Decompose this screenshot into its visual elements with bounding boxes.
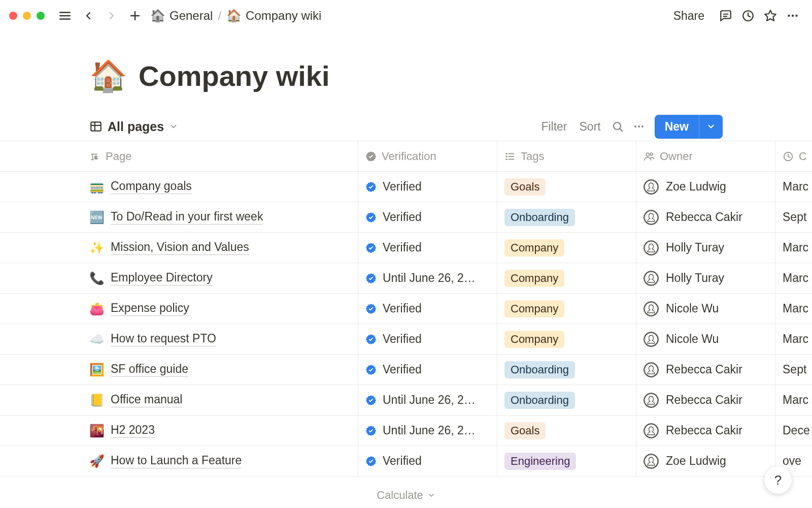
date-cell[interactable]: Marc (775, 263, 812, 294)
owner-cell[interactable]: Rebecca Cakir (636, 416, 775, 446)
page-name-link[interactable]: Company goals (111, 179, 192, 194)
page-icon[interactable]: 🏠 (89, 58, 127, 94)
close-window-button[interactable] (9, 12, 17, 20)
new-button-main[interactable]: New (655, 115, 699, 139)
page-cell[interactable]: 🚃 Company goals (0, 172, 358, 202)
page-cell[interactable]: 🌇 H2 2023 (0, 416, 358, 446)
house-icon: 🏠 (150, 9, 165, 23)
verification-cell[interactable]: Until June 26, 2… (358, 263, 497, 294)
date-cell[interactable]: Marc (775, 385, 812, 416)
verification-cell[interactable]: Until June 26, 2… (358, 385, 497, 416)
sort-button[interactable]: Sort (573, 120, 607, 134)
owner-cell[interactable]: Holly Turay (636, 263, 775, 294)
column-header-tags[interactable]: Tags (497, 141, 636, 172)
owner-cell[interactable]: Rebecca Cakir (636, 202, 775, 233)
page-cell[interactable]: 👛 Expense policy (0, 294, 358, 324)
tags-cell[interactable]: Goals (497, 416, 636, 446)
owner-cell[interactable]: Nicole Wu (636, 324, 775, 355)
table-icon (89, 120, 103, 133)
search-button[interactable] (607, 116, 628, 137)
date-cell[interactable]: Dece (775, 416, 812, 446)
svg-point-34 (645, 302, 658, 315)
page-title-text[interactable]: Company wiki (139, 59, 330, 92)
nav-back-button[interactable] (78, 6, 98, 26)
fullscreen-window-button[interactable] (37, 12, 45, 20)
page-name-link[interactable]: H2 2023 (111, 423, 155, 438)
avatar-icon (644, 179, 659, 195)
tags-cell[interactable]: Company (497, 294, 636, 324)
page-cell[interactable]: ☁️ How to request PTO (0, 324, 358, 355)
verification-cell[interactable]: Verified (358, 324, 497, 355)
tags-cell[interactable]: Company (497, 263, 636, 294)
column-header-verification[interactable]: Verification (358, 141, 497, 172)
breadcrumb-root[interactable]: 🏠 General (150, 9, 213, 23)
date-cell[interactable]: Marc (775, 324, 812, 355)
column-header-owner[interactable]: Owner (636, 141, 775, 172)
tags-cell[interactable]: Company (497, 233, 636, 263)
verification-cell[interactable]: Verified (358, 172, 497, 202)
verification-cell[interactable]: Verified (358, 355, 497, 385)
owner-cell[interactable]: Zoe Ludwig (636, 172, 775, 202)
calculate-menu[interactable]: Calculate (377, 489, 435, 502)
date-cell[interactable]: Marc (775, 172, 812, 202)
page-title: 🏠 Company wiki (89, 58, 723, 94)
filter-button[interactable]: Filter (535, 120, 573, 134)
tags-cell[interactable]: Onboarding (497, 355, 636, 385)
help-button[interactable]: ? (764, 466, 792, 494)
date-cell[interactable]: Marc (775, 294, 812, 324)
owner-cell[interactable]: Zoe Ludwig (636, 446, 775, 477)
date-cell[interactable]: Marc (775, 233, 812, 263)
verification-cell[interactable]: Verified (358, 233, 497, 263)
verified-badge-icon (365, 334, 377, 345)
page-name-link[interactable]: How to Launch a Feature (111, 454, 242, 468)
page-cell[interactable]: 🖼️ SF office guide (0, 355, 358, 385)
nav-forward-button[interactable] (101, 6, 122, 26)
view-options-button[interactable] (628, 116, 650, 137)
verified-badge-icon (365, 303, 377, 314)
verification-cell[interactable]: Verified (358, 294, 497, 324)
verification-cell[interactable]: Verified (358, 446, 497, 477)
owner-cell[interactable]: Nicole Wu (636, 294, 775, 324)
new-button-dropdown[interactable] (699, 115, 723, 139)
view-tab[interactable]: All pages (89, 119, 178, 134)
favorite-button[interactable] (760, 6, 781, 26)
hamburger-menu-button[interactable] (55, 6, 75, 26)
column-header-page[interactable]: a Page (0, 141, 358, 172)
verification-text: Until June 26, 2… (383, 271, 476, 285)
page-name-link[interactable]: How to request PTO (111, 332, 216, 346)
page-name-link[interactable]: SF office guide (111, 362, 188, 377)
page-name-link[interactable]: To Do/Read in your first week (111, 210, 263, 225)
tags-cell[interactable]: Onboarding (497, 385, 636, 416)
breadcrumb-current[interactable]: 🏠 Company wiki (226, 9, 321, 23)
owner-cell[interactable]: Rebecca Cakir (636, 385, 775, 416)
page-name-link[interactable]: Mission, Vision and Values (111, 240, 249, 255)
page-cell[interactable]: ✨ Mission, Vision and Values (0, 233, 358, 263)
date-cell[interactable]: Sept (775, 355, 812, 385)
column-header-created[interactable]: C (775, 141, 812, 172)
page-cell[interactable]: 📒 Office manual (0, 385, 358, 416)
page-cell[interactable]: 📞 Employee Directory (0, 263, 358, 294)
verification-text: Verified (383, 210, 422, 224)
page-cell[interactable]: 🆕 To Do/Read in your first week (0, 202, 358, 233)
tags-cell[interactable]: Goals (497, 172, 636, 202)
minimize-window-button[interactable] (23, 12, 31, 20)
tags-cell[interactable]: Company (497, 324, 636, 355)
owner-cell[interactable]: Rebecca Cakir (636, 355, 775, 385)
page-name-link[interactable]: Office manual (111, 393, 182, 407)
page-name-link[interactable]: Employee Directory (111, 271, 213, 285)
more-menu-button[interactable] (783, 6, 803, 26)
page-cell[interactable]: 🚀 How to Launch a Feature (0, 446, 358, 477)
verification-cell[interactable]: Verified (358, 202, 497, 233)
tags-cell[interactable]: Engineering (497, 446, 636, 477)
verification-cell[interactable]: Until June 26, 2… (358, 416, 497, 446)
share-button[interactable]: Share (668, 9, 709, 23)
comments-button[interactable] (716, 6, 736, 26)
tags-cell[interactable]: Onboarding (497, 202, 636, 233)
new-tab-button[interactable] (125, 6, 145, 26)
owner-name: Rebecca Cakir (666, 210, 742, 224)
verification-text: Verified (383, 363, 422, 376)
page-name-link[interactable]: Expense policy (111, 301, 189, 316)
date-cell[interactable]: Sept (775, 202, 812, 233)
updates-button[interactable] (738, 6, 758, 26)
owner-cell[interactable]: Holly Turay (636, 233, 775, 263)
